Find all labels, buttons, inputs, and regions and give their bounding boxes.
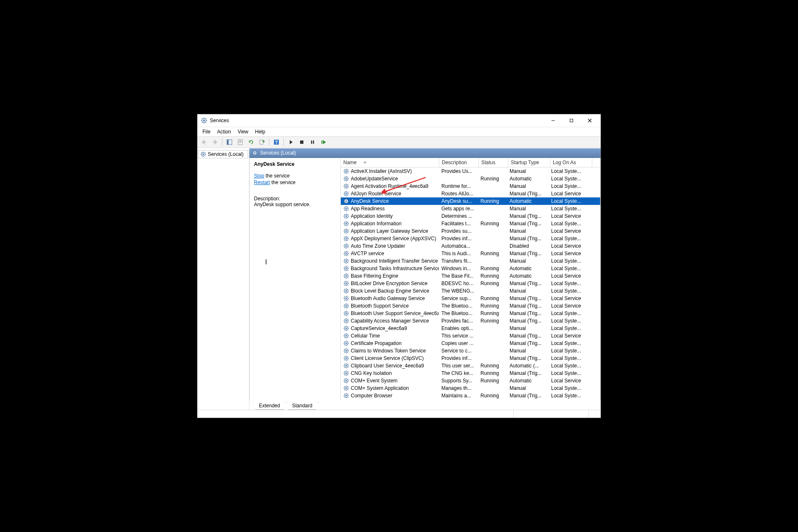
table-row[interactable]: Claims to Windows Token ServiceService t… (341, 347, 600, 355)
service-logon: Local Syste... (549, 393, 590, 399)
service-status: Running (478, 176, 507, 182)
service-description: Provides su... (439, 228, 478, 234)
col-name[interactable]: Name (341, 158, 439, 167)
service-startup: Manual (Trig... (507, 318, 549, 324)
svg-rect-18 (238, 140, 242, 145)
tab-standard[interactable]: Standard (286, 402, 319, 410)
table-row[interactable]: Capability Access Manager ServiceProvide… (341, 317, 600, 325)
service-description: This user ser... (439, 363, 478, 369)
col-description[interactable]: Description (439, 158, 479, 167)
table-row[interactable]: AppX Deployment Service (AppXSVC)Provide… (341, 235, 600, 242)
table-row[interactable]: BitLocker Drive Encryption ServiceBDESVC… (341, 280, 600, 287)
service-name: Background Intelligent Transfer Service (351, 258, 438, 264)
service-startup: Manual (507, 168, 549, 174)
table-row[interactable]: Auto Time Zone UpdaterAutomatica...Disab… (341, 242, 600, 250)
col-status[interactable]: Status (479, 158, 508, 167)
gear-icon (343, 236, 349, 241)
table-row[interactable]: AdobeUpdateServiceRunningAutomaticLocal … (341, 175, 600, 182)
nav-root-label: Services (Local) (208, 151, 244, 157)
table-row[interactable]: COM+ System ApplicationManages th...Manu… (341, 384, 600, 392)
table-row[interactable]: Background Intelligent Transfer ServiceT… (341, 257, 600, 265)
service-startup: Manual (507, 183, 549, 189)
service-description: Provides inf... (439, 355, 478, 361)
gear-icon (343, 385, 349, 391)
service-status: Running (478, 370, 507, 376)
table-row[interactable]: Bluetooth Support ServiceThe Bluetoo...R… (341, 302, 600, 310)
table-row[interactable]: Client License Service (ClipSVC)Provides… (341, 355, 600, 362)
selected-service-name: AnyDesk Service (254, 161, 336, 167)
col-startup[interactable]: Startup Type (508, 158, 550, 167)
service-startup: Manual (507, 206, 549, 212)
list-body[interactable]: ActiveX Installer (AxInstSV)Provides Us.… (341, 167, 600, 401)
service-name: Agent Activation Runtime_4eec6a9 (351, 183, 429, 189)
service-startup: Manual (507, 228, 549, 234)
table-row[interactable]: Cellular TimeThis service ...Manual (Tri… (341, 332, 600, 340)
service-startup: Automatic (... (507, 363, 549, 369)
menu-file[interactable]: File (199, 128, 214, 135)
table-row[interactable]: App ReadinessGets apps re...ManualLocal … (341, 205, 600, 212)
start-service-button[interactable] (286, 137, 296, 147)
table-row[interactable]: Agent Activation Runtime_4eec6a9Runtime … (341, 182, 600, 190)
table-row[interactable]: Base Filtering EngineThe Base Fil...Runn… (341, 272, 600, 280)
menubar: File Action View Help (197, 127, 601, 137)
close-button[interactable] (581, 115, 599, 126)
service-status: Running (478, 251, 507, 256)
table-row[interactable]: Block Level Backup Engine ServiceThe WBE… (341, 287, 600, 295)
service-logon: Local Syste... (549, 176, 590, 182)
service-logon: Local Service (549, 243, 590, 249)
table-row[interactable]: Application Layer Gateway ServiceProvide… (341, 227, 600, 235)
table-row[interactable]: Certificate PropagationCopies user ...Ma… (341, 340, 600, 347)
forward-button[interactable] (210, 137, 220, 147)
table-row[interactable]: Background Tasks Infrastructure ServiceW… (341, 265, 600, 272)
restart-service-button[interactable] (318, 137, 328, 147)
restart-link[interactable]: Restart (254, 180, 270, 185)
service-name: BitLocker Drive Encryption Service (351, 281, 428, 286)
service-name: Background Tasks Infrastructure Service (351, 266, 439, 271)
table-row[interactable]: Bluetooth User Support Service_4eec6a9Th… (341, 310, 600, 317)
show-hide-tree-button[interactable] (224, 137, 234, 147)
menu-action[interactable]: Action (214, 128, 234, 135)
table-row[interactable]: CNG Key IsolationThe CNG ke...RunningMan… (341, 369, 600, 377)
help-button[interactable]: ? (271, 137, 281, 147)
properties-button[interactable] (235, 137, 245, 147)
table-row[interactable]: CaptureService_4eec6a9Enables opti...Man… (341, 325, 600, 332)
col-logon[interactable]: Log On As (550, 158, 592, 167)
gear-icon (343, 183, 349, 189)
table-row[interactable]: Application InformationFacilitates t...R… (341, 220, 600, 227)
table-row[interactable]: Clipboard User Service_4eec6a9This user … (341, 362, 600, 369)
table-row[interactable]: AnyDesk ServiceAnyDesk su...RunningAutom… (341, 197, 600, 205)
table-row[interactable]: AllJoyn Router ServiceRoutes AllJo...Man… (341, 190, 600, 197)
menu-view[interactable]: View (234, 128, 252, 135)
export-button[interactable] (257, 137, 267, 147)
table-row[interactable]: Application IdentityDetermines ...Manual… (341, 212, 600, 220)
service-status: Running (478, 198, 507, 204)
service-logon: Local Syste... (549, 198, 590, 204)
stop-link[interactable]: Stop (254, 173, 264, 179)
service-logon: Local Syste... (549, 221, 590, 227)
maximize-button[interactable] (562, 115, 581, 126)
back-button[interactable] (199, 137, 209, 147)
table-row[interactable]: Bluetooth Audio Gateway ServiceService s… (341, 295, 600, 302)
refresh-button[interactable] (246, 137, 256, 147)
nav-root-item[interactable]: Services (Local) (198, 150, 248, 158)
menu-help[interactable]: Help (252, 128, 269, 135)
service-startup: Manual (Trig... (507, 213, 549, 219)
service-startup: Automatic (507, 378, 549, 384)
service-status: Running (478, 303, 507, 309)
gear-icon (343, 340, 349, 346)
table-row[interactable]: ActiveX Installer (AxInstSV)Provides Us.… (341, 167, 600, 175)
tab-extended[interactable]: Extended (253, 401, 286, 410)
pause-service-button[interactable] (308, 137, 318, 147)
service-list: Name Description Status Startup Type Log… (341, 158, 600, 401)
service-startup: Automatic (507, 198, 549, 204)
minimize-button[interactable] (544, 115, 562, 126)
table-row[interactable]: Computer BrowserMaintains a...RunningMan… (341, 392, 600, 399)
gear-icon (343, 333, 349, 339)
service-logon: Local Syste... (549, 385, 590, 391)
service-startup: Manual (Trig... (507, 370, 549, 376)
table-row[interactable]: AVCTP serviceThis is Audi...RunningManua… (341, 250, 600, 257)
stop-service-button[interactable] (297, 137, 307, 147)
service-name: Application Layer Gateway Service (351, 228, 428, 234)
table-row[interactable]: COM+ Event SystemSupports Sy...RunningAu… (341, 377, 600, 384)
service-startup: Manual (Trig... (507, 221, 549, 227)
